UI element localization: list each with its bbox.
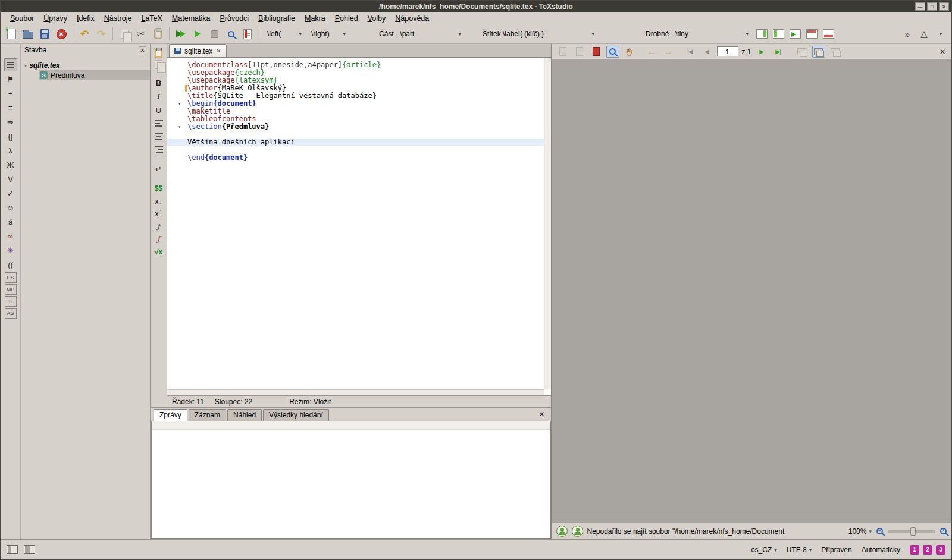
sync-pdf-icon[interactable] bbox=[572, 526, 583, 537]
hand-tool-icon[interactable] bbox=[623, 46, 636, 58]
paste-icon[interactable] bbox=[151, 27, 165, 41]
back-icon[interactable]: ← bbox=[646, 46, 659, 58]
misc-symbols-icon[interactable]: ☺ bbox=[4, 201, 17, 214]
line-margin[interactable] bbox=[167, 69, 187, 77]
messages-tab-zpravy[interactable]: Zprávy bbox=[154, 409, 187, 421]
close-messages-icon[interactable]: ✕ bbox=[538, 410, 547, 421]
undo-icon[interactable]: ↶ bbox=[77, 27, 92, 41]
bold-icon[interactable]: B bbox=[152, 77, 165, 89]
line-margin[interactable]: ▾ bbox=[167, 100, 187, 108]
asterisk-icon[interactable]: ✳ bbox=[4, 244, 17, 257]
underline-icon[interactable]: U bbox=[152, 104, 165, 116]
menu-upravy[interactable]: Úpravy bbox=[39, 13, 72, 24]
copy-icon[interactable] bbox=[117, 27, 131, 41]
copy-page-icon[interactable] bbox=[155, 60, 162, 69]
close-tab-icon[interactable]: ✕ bbox=[216, 48, 221, 54]
horizontal-scrollbar[interactable] bbox=[167, 389, 544, 395]
open-file-icon[interactable] bbox=[21, 27, 35, 41]
zoom-level-dropdown[interactable]: 100% ▾ bbox=[848, 527, 872, 536]
superscript-icon[interactable] bbox=[153, 209, 165, 219]
toggle-sidebar-icon[interactable] bbox=[7, 545, 18, 554]
close-pdf-icon[interactable]: ✕ bbox=[940, 48, 947, 56]
structure-panel-icon[interactable] bbox=[4, 58, 17, 71]
cut-icon[interactable]: ✂ bbox=[134, 27, 148, 41]
clipboard-icon[interactable] bbox=[155, 49, 162, 58]
save-icon[interactable] bbox=[37, 27, 52, 41]
line-margin[interactable] bbox=[167, 154, 187, 162]
subscript-icon[interactable] bbox=[153, 196, 165, 207]
minimize-icon[interactable]: — bbox=[915, 2, 925, 11]
sync-cursor-icon[interactable] bbox=[556, 526, 568, 537]
postscript-icon[interactable]: PS bbox=[5, 272, 17, 283]
greek-icon[interactable]: λ bbox=[4, 144, 17, 157]
chevron-down-icon[interactable]: ▾ bbox=[934, 27, 948, 41]
add-row-icon[interactable] bbox=[804, 27, 819, 41]
line-margin[interactable] bbox=[167, 131, 187, 139]
close-window-icon[interactable]: ✕ bbox=[939, 2, 949, 11]
code-area[interactable]: \documentclass[11pt,oneside,a4paper]{art… bbox=[167, 58, 544, 389]
language-dropdown[interactable]: cs_CZ ▾ bbox=[751, 546, 777, 554]
tree-item-section[interactable]: S Předmluva bbox=[39, 70, 150, 80]
tikz-icon[interactable]: TI bbox=[5, 296, 17, 307]
inline-math-icon[interactable]: $$ bbox=[152, 183, 165, 194]
remove-row-icon[interactable] bbox=[821, 27, 835, 41]
pdf-error-icon[interactable] bbox=[590, 46, 603, 58]
code-line[interactable]: Většina dnešních aplikací bbox=[167, 139, 544, 146]
encoding-dropdown[interactable]: UTF-8 ▾ bbox=[787, 546, 812, 554]
toggle-messages-icon[interactable] bbox=[24, 545, 35, 554]
new-file-icon[interactable] bbox=[4, 27, 18, 41]
badge-3[interactable]: 3 bbox=[936, 545, 945, 555]
cyrillic-icon[interactable]: Ж bbox=[4, 158, 17, 171]
continuous-mode-icon[interactable] bbox=[812, 46, 825, 58]
metapost-icon[interactable]: MP bbox=[5, 284, 17, 295]
line-margin[interactable] bbox=[167, 115, 187, 123]
menu-matematika[interactable]: Matematika bbox=[167, 13, 215, 24]
menu-volby[interactable]: Volby bbox=[363, 13, 391, 24]
pdf-viewport[interactable] bbox=[552, 59, 952, 523]
line-margin[interactable]: ▾ bbox=[167, 123, 187, 131]
menu-makra[interactable]: Makra bbox=[300, 13, 330, 24]
asymptote-icon[interactable]: AS bbox=[5, 308, 17, 319]
delimiters-icon[interactable]: {} bbox=[4, 130, 17, 143]
align-right-icon[interactable] bbox=[155, 146, 163, 153]
menu-idefix[interactable]: Idefix bbox=[72, 13, 99, 24]
relations-icon[interactable]: ≡ bbox=[4, 101, 17, 114]
tree-expander-icon[interactable]: ▾ bbox=[24, 63, 27, 68]
menu-bibliografie[interactable]: Bibliografie bbox=[253, 13, 300, 24]
single-page-mode-icon[interactable] bbox=[796, 46, 809, 58]
brackets-icon[interactable]: (( bbox=[4, 258, 17, 271]
tab-sqlite-tex[interactable]: sqlite.tex ✕ bbox=[169, 44, 227, 57]
check-symbols-icon[interactable]: ✓ bbox=[4, 187, 17, 200]
pdf-doc-icon[interactable] bbox=[556, 46, 569, 58]
view-pdf-icon[interactable] bbox=[224, 27, 238, 41]
italic-icon[interactable]: I bbox=[152, 90, 165, 102]
pdf-pages-icon[interactable] bbox=[573, 46, 586, 58]
left-delimiter-dropdown[interactable]: \left( ▾ bbox=[264, 27, 305, 41]
next-page-icon[interactable]: ▶ bbox=[755, 46, 768, 58]
maximize-icon[interactable]: □ bbox=[927, 2, 937, 11]
sqrt-icon[interactable]: √x bbox=[152, 246, 165, 258]
line-margin[interactable] bbox=[167, 84, 187, 92]
stop-icon[interactable] bbox=[207, 27, 221, 41]
zoom-slider[interactable] bbox=[888, 530, 935, 533]
line-margin[interactable] bbox=[167, 108, 187, 115]
fraction-icon[interactable] bbox=[153, 221, 165, 232]
accents-icon[interactable]: á bbox=[4, 215, 17, 228]
structure-level-dropdown[interactable]: Část - \part ▾ bbox=[375, 27, 465, 41]
tree-root-document[interactable]: ▾ sqlite.tex bbox=[21, 61, 150, 70]
line-ending-dropdown[interactable]: Automaticky bbox=[862, 546, 900, 554]
previous-page-icon[interactable]: ◀ bbox=[700, 46, 713, 58]
zoom-tool-icon[interactable] bbox=[606, 46, 619, 58]
dfrac-icon[interactable] bbox=[153, 234, 165, 244]
first-page-icon[interactable]: |◀ bbox=[684, 46, 697, 58]
toolbar-overflow-icon[interactable]: » bbox=[900, 27, 915, 41]
right-delimiter-dropdown[interactable]: \right) ▾ bbox=[308, 27, 349, 41]
menu-nastroje[interactable]: Nástroje bbox=[99, 13, 137, 24]
zoom-out-icon[interactable]: − bbox=[876, 528, 883, 534]
messages-tab-nahled[interactable]: Náhled bbox=[227, 409, 262, 421]
last-page-icon[interactable]: ▶| bbox=[772, 46, 785, 58]
compile-icon[interactable] bbox=[190, 27, 205, 41]
code-line[interactable]: ▾\section{Předmluva} bbox=[167, 123, 544, 131]
vertical-scrollbar[interactable] bbox=[544, 58, 551, 389]
code-line[interactable]: \end{document} bbox=[167, 154, 544, 162]
